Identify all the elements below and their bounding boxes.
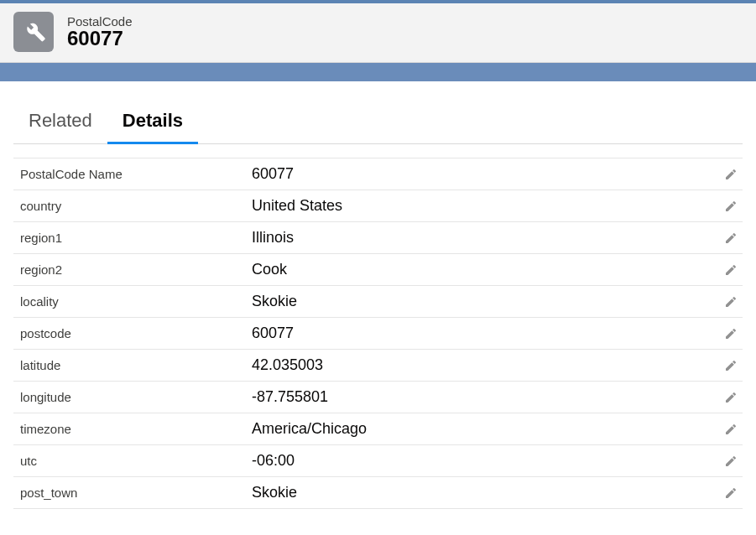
field-label: country (18, 199, 252, 213)
field-label: region1 (18, 231, 252, 245)
banner-strip (0, 63, 756, 81)
field-label: locality (18, 294, 252, 309)
field-row-latitude: latitude 42.035003 (13, 350, 743, 382)
pencil-icon[interactable] (719, 422, 738, 437)
pencil-icon[interactable] (719, 390, 738, 405)
field-value: -06:00 (252, 452, 719, 470)
field-label: latitude (18, 358, 252, 372)
pencil-icon[interactable] (719, 262, 738, 278)
field-label: timezone (18, 422, 252, 436)
field-value: 60077 (252, 325, 719, 342)
tab-related[interactable]: Related (13, 101, 107, 144)
field-value: Skokie (252, 293, 719, 310)
field-value: 42.035003 (252, 356, 719, 374)
field-value: Illinois (252, 229, 719, 247)
details-panel: PostalCode Name 60077 country United Sta… (13, 158, 743, 509)
record-title: 60077 (67, 27, 133, 50)
field-label: postcode (18, 326, 252, 340)
pencil-icon[interactable] (719, 231, 738, 246)
field-value: Skokie (252, 484, 719, 501)
field-row-region2: region2 Cook (13, 254, 743, 286)
pencil-icon[interactable] (719, 199, 738, 214)
field-row-locality: locality Skokie (13, 286, 743, 318)
field-row-country: country United States (13, 190, 743, 222)
field-value: America/Chicago (252, 420, 719, 438)
field-value: Cook (252, 261, 719, 278)
field-row-longitude: longitude -87.755801 (13, 382, 743, 413)
tab-details[interactable]: Details (107, 101, 198, 144)
field-row-utc: utc -06:00 (13, 445, 743, 477)
record-header: PostalCode 60077 (0, 3, 756, 63)
pencil-icon[interactable] (719, 486, 738, 501)
field-label: post_town (18, 486, 252, 500)
record-icon-box (13, 12, 54, 52)
field-row-postalcode-name: PostalCode Name 60077 (13, 158, 743, 190)
field-label: utc (18, 454, 252, 468)
pencil-icon[interactable] (719, 358, 738, 373)
field-value: United States (252, 197, 719, 215)
header-text: PostalCode 60077 (67, 14, 133, 50)
field-value: -87.755801 (252, 388, 719, 406)
field-row-postcode: postcode 60077 (13, 318, 743, 350)
pencil-icon[interactable] (719, 167, 738, 182)
field-label: PostalCode Name (18, 167, 252, 181)
pencil-icon[interactable] (719, 454, 738, 469)
tabs: Related Details (13, 101, 743, 144)
wrench-icon (21, 18, 46, 46)
field-row-region1: region1 Illinois (13, 222, 743, 254)
field-value: 60077 (252, 165, 719, 183)
field-label: region2 (18, 262, 252, 277)
field-row-post-town: post_town Skokie (13, 477, 743, 509)
pencil-icon[interactable] (719, 294, 738, 309)
field-row-timezone: timezone America/Chicago (13, 413, 743, 445)
pencil-icon[interactable] (719, 326, 738, 341)
field-label: longitude (18, 390, 252, 404)
